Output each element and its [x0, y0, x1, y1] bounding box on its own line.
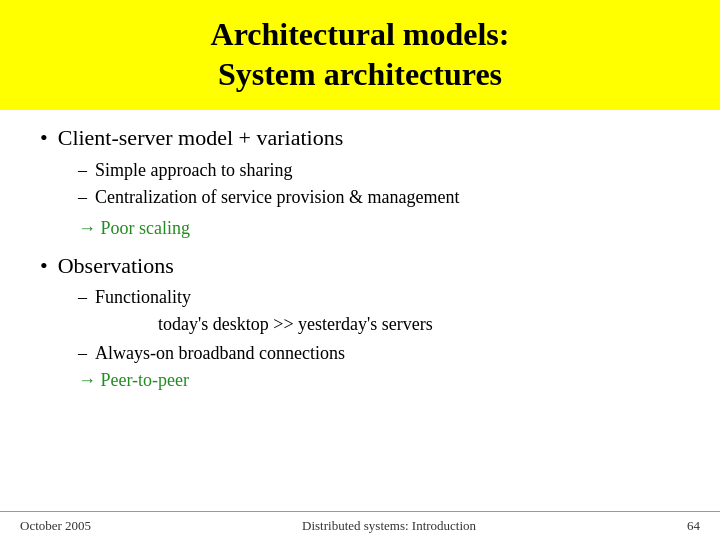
content-area: • Client-server model + variations – Sim…: [0, 120, 720, 540]
sub-bullet-text-1-1: Simple approach to sharing: [95, 157, 292, 184]
bullet-main-1: • Client-server model + variations: [40, 124, 680, 153]
sub-bullet-1-2: – Centralization of service provision & …: [78, 184, 680, 211]
title-block: Architectural models: System architectur…: [0, 0, 720, 110]
footer-date: October 2005: [20, 518, 91, 534]
title-line1: Architectural models:: [211, 16, 510, 52]
footer-page-number: 64: [687, 518, 700, 534]
bullet-main-text-1: Client-server model + variations: [58, 124, 344, 153]
bullet-section-1: • Client-server model + variations – Sim…: [40, 124, 680, 242]
title-line2: System architectures: [218, 56, 502, 92]
slide-title: Architectural models: System architectur…: [20, 14, 700, 94]
arrow-text-1: → Poor scaling: [78, 218, 190, 238]
func-text: Functionality: [95, 284, 191, 311]
functionality-label: Functionality: [95, 287, 191, 307]
bullet-section-2: • Observations – Functionality today's d…: [40, 252, 680, 395]
observations-sub: – Functionality today's desktop >> yeste…: [78, 284, 680, 367]
arrow-text-2: → Peer-to-peer: [78, 370, 189, 390]
bullet-main-text-2: Observations: [58, 252, 174, 281]
bullet-dot-1: •: [40, 124, 48, 153]
sub-bullet-text-1-2: Centralization of service provision & ma…: [95, 184, 459, 211]
bullet-main-2: • Observations: [40, 252, 680, 281]
sub-bullet-text-2-2: Always-on broadband connections: [95, 340, 345, 367]
footer: October 2005 Distributed systems: Introd…: [0, 511, 720, 540]
slide: Architectural models: System architectur…: [0, 0, 720, 540]
sub-bullets-1: – Simple approach to sharing – Centraliz…: [78, 157, 680, 211]
sub-bullet-1-1: – Simple approach to sharing: [78, 157, 680, 184]
sub-bullet-2-2: – Always-on broadband connections: [78, 340, 680, 367]
footer-title: Distributed systems: Introduction: [302, 518, 476, 534]
arrow-line-2: → Peer-to-peer: [78, 367, 680, 394]
bullet-dot-2: •: [40, 252, 48, 281]
dash-4: –: [78, 340, 87, 367]
arrow-line-1: → Poor scaling: [78, 215, 680, 242]
dash-1: –: [78, 157, 87, 184]
dash-3: –: [78, 284, 87, 311]
dash-2: –: [78, 184, 87, 211]
func-line: – Functionality: [78, 284, 680, 311]
func-continuation: today's desktop >> yesterday's servers: [158, 311, 680, 338]
